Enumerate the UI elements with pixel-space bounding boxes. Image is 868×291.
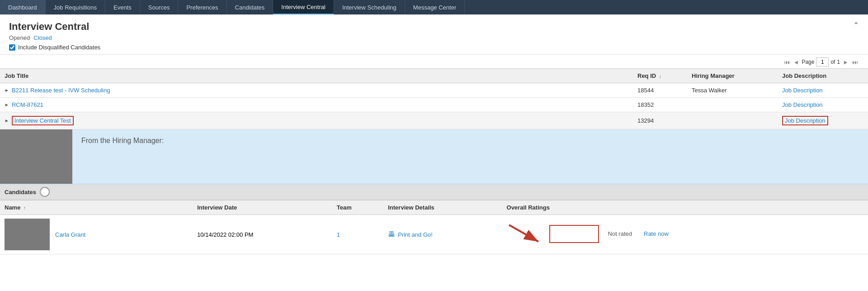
candidates-section-header: Candidates xyxy=(0,184,868,200)
job-title-cell: ► RCM-87621 xyxy=(0,98,633,112)
candidate-interview-date: 10/14/2022 02:00 PM xyxy=(193,215,332,254)
col-header-req-id: Req ID ↓ xyxy=(633,69,687,83)
nav-item-events[interactable]: Events xyxy=(105,0,140,14)
candidate-name-link[interactable]: Carla Grant xyxy=(55,231,85,238)
col-header-interview-details: Interview Details xyxy=(383,200,502,215)
table-row: ► RCM-87621 18352 Job Description xyxy=(0,98,868,112)
last-page-button[interactable]: ⏭ xyxy=(851,59,859,66)
job-description-cell: Job Description xyxy=(778,98,868,112)
expand-arrow-icon[interactable]: ► xyxy=(5,102,9,107)
hiring-manager-photo xyxy=(0,129,72,184)
job-title-cell: ► B2211 Release test - IVW Scheduling xyxy=(0,83,633,98)
nav-item-preferences[interactable]: Preferences xyxy=(178,0,226,14)
col-header-team: Team xyxy=(332,200,383,215)
rate-now-link[interactable]: Rate now xyxy=(644,230,669,237)
candidates-label-text: Candidates xyxy=(5,189,36,196)
job-title-link[interactable]: B2211 Release test - IVW Scheduling xyxy=(12,87,110,94)
candidate-team-link[interactable]: 1 xyxy=(337,231,340,238)
job-description-link-0[interactable]: Job Description xyxy=(782,87,823,94)
nav-item-dashboard[interactable]: Dashboard xyxy=(0,0,46,14)
total-pages: 1 xyxy=(837,59,840,65)
col-header-interview-date: Interview Date xyxy=(193,200,332,215)
col-header-overall-ratings: Overall Ratings xyxy=(502,200,868,215)
collapse-button[interactable]: ⌃ xyxy=(853,21,859,29)
job-description-link-1[interactable]: Job Description xyxy=(782,101,823,108)
hiring-manager-cell: Tessa Walker xyxy=(687,83,778,98)
req-id-cell: 18544 xyxy=(633,83,687,98)
col-header-hiring-manager: Hiring Manager xyxy=(687,69,778,83)
expanded-panel: From the Hiring Manager: xyxy=(0,129,868,184)
ratings-container: Not rated Rate now xyxy=(507,223,669,245)
filter-tabs: Opened Closed xyxy=(9,34,859,41)
print-and-go-button[interactable]: 🖶 Print and Go! xyxy=(388,230,433,239)
filter-closed-link[interactable]: Closed xyxy=(33,34,52,41)
printer-icon: 🖶 xyxy=(388,230,395,239)
req-id-cell: 13294 xyxy=(633,112,687,129)
job-description-link-2[interactable]: Job Description xyxy=(782,116,828,125)
next-page-button[interactable]: ► xyxy=(842,59,849,66)
req-id-sort-icon[interactable]: ↓ xyxy=(659,74,661,79)
disqualified-checkbox-row: Include Disqualified Candidates xyxy=(9,44,859,51)
print-go-label: Print and Go! xyxy=(398,231,433,238)
expanded-content: From the Hiring Manager: xyxy=(72,129,868,184)
page-title: Interview Central xyxy=(9,21,859,33)
top-navigation: Dashboard Job Requisitions Events Source… xyxy=(0,0,868,14)
page-label: Page xyxy=(802,59,814,65)
expanded-panel-inner: From the Hiring Manager: xyxy=(0,129,868,184)
candidate-interview-details: 🖶 Print and Go! xyxy=(383,215,502,254)
red-arrow-icon xyxy=(507,223,543,245)
expand-arrow-icon[interactable]: ► xyxy=(5,118,9,123)
name-sort-icon[interactable]: ↑ xyxy=(24,205,26,210)
hiring-manager-label: From the Hiring Manager: xyxy=(81,137,859,145)
candidate-row: Carla Grant 10/14/2022 02:00 PM 1 🖶 Prin… xyxy=(0,215,868,254)
pagination-bar: ⏮ ◄ Page of 1 ► ⏭ xyxy=(0,55,868,68)
first-page-button[interactable]: ⏮ xyxy=(783,59,791,66)
table-row-selected: ► Interview Central Test 13294 Job Descr… xyxy=(0,112,868,129)
candidate-photo xyxy=(5,219,50,250)
hiring-manager-cell xyxy=(687,98,778,112)
job-description-cell: Job Description xyxy=(778,83,868,98)
nav-item-job-requisitions[interactable]: Job Requisitions xyxy=(46,0,105,14)
not-rated-label: Not rated xyxy=(608,230,632,237)
job-title-cell: ► Interview Central Test xyxy=(0,112,633,129)
svg-line-1 xyxy=(509,225,538,242)
candidate-overall-ratings: Not rated Rate now xyxy=(502,215,868,254)
job-description-cell: Job Description xyxy=(778,112,868,129)
filter-opened-label: Opened xyxy=(9,34,30,41)
prev-page-button[interactable]: ◄ xyxy=(793,59,800,66)
col-header-name: Name ↑ xyxy=(0,200,193,215)
nav-item-sources[interactable]: Sources xyxy=(140,0,179,14)
job-title-link[interactable]: RCM-87621 xyxy=(12,101,43,108)
page-header: Interview Central Opened Closed Include … xyxy=(0,14,868,55)
expand-arrow-icon[interactable]: ► xyxy=(5,88,9,93)
ratings-box[interactable] xyxy=(549,225,599,243)
disqualified-checkbox[interactable] xyxy=(9,44,15,51)
req-id-cell: 18352 xyxy=(633,98,687,112)
nav-item-candidates[interactable]: Candidates xyxy=(227,0,274,14)
nav-item-message-center[interactable]: Message Center xyxy=(405,0,465,14)
col-header-job-description: Job Description xyxy=(778,69,868,83)
table-row: ► B2211 Release test - IVW Scheduling 18… xyxy=(0,83,868,98)
candidates-header-row: Name ↑ Interview Date Team Interview Det… xyxy=(0,200,868,215)
hiring-manager-cell xyxy=(687,112,778,129)
nav-item-interview-central[interactable]: Interview Central xyxy=(273,0,334,14)
candidates-label-row: Candidates xyxy=(5,187,863,197)
candidates-table: Name ↑ Interview Date Team Interview Det… xyxy=(0,200,868,254)
job-title-link-selected[interactable]: Interview Central Test xyxy=(12,116,74,125)
candidate-name-cell: Carla Grant xyxy=(0,215,193,254)
disqualified-label: Include Disqualified Candidates xyxy=(18,44,100,51)
nav-item-interview-scheduling[interactable]: Interview Scheduling xyxy=(334,0,405,14)
candidates-circle-icon xyxy=(40,187,50,197)
table-header-row: Job Title Req ID ↓ Hiring Manager Job De… xyxy=(0,69,868,83)
main-table: Job Title Req ID ↓ Hiring Manager Job De… xyxy=(0,68,868,129)
candidate-team: 1 xyxy=(332,215,383,254)
page-input[interactable] xyxy=(816,57,829,67)
of-label: of xyxy=(830,59,835,65)
col-header-job-title: Job Title xyxy=(0,69,633,83)
